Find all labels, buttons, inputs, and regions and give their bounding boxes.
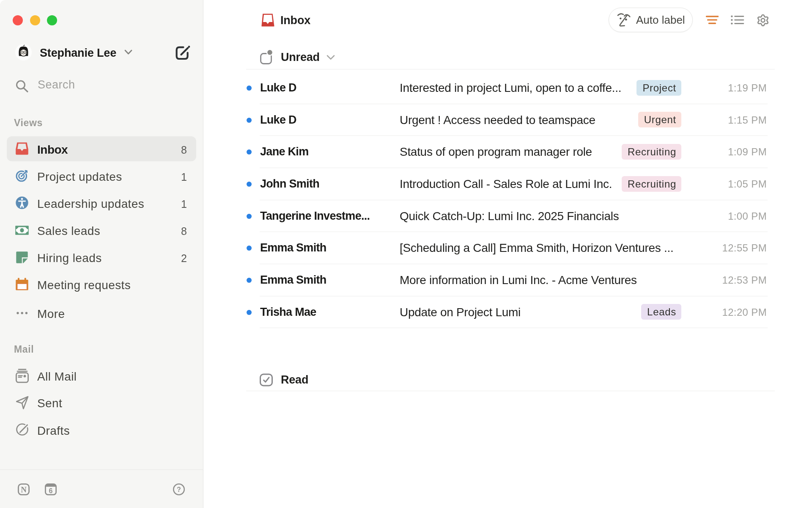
svg-text:?: ? — [177, 486, 181, 493]
svg-text:6: 6 — [49, 487, 53, 494]
svg-text:N: N — [21, 485, 27, 494]
